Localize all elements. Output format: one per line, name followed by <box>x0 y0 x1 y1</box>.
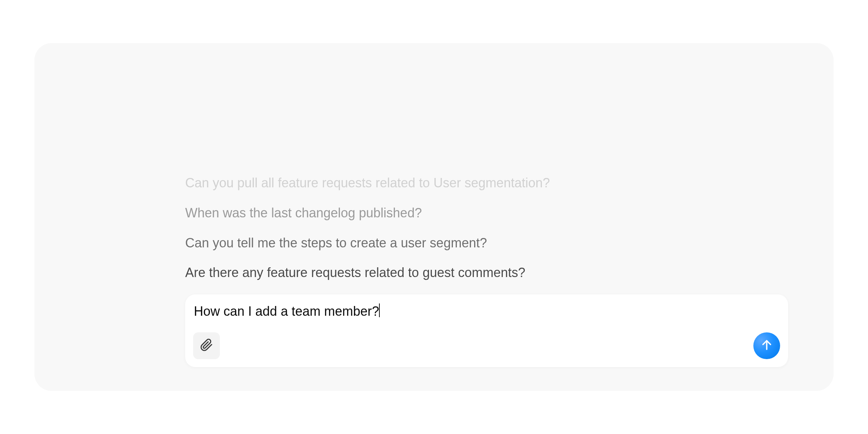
text-cursor <box>379 303 380 317</box>
suggestion-item[interactable]: When was the last changelog published? <box>185 205 788 222</box>
arrow-up-icon <box>760 339 773 353</box>
suggestion-item[interactable]: Can you tell me the steps to create a us… <box>185 235 788 252</box>
chat-content: Can you pull all feature requests relate… <box>185 175 788 367</box>
attach-button[interactable] <box>193 332 220 359</box>
paperclip-icon <box>200 339 213 353</box>
message-input[interactable]: How can I add a team member? <box>193 303 780 332</box>
message-input-card: How can I add a team member? <box>185 294 788 367</box>
input-actions-row <box>193 332 780 359</box>
suggestion-item[interactable]: Can you pull all feature requests relate… <box>185 175 788 192</box>
chat-panel: Can you pull all feature requests relate… <box>34 43 834 391</box>
message-input-text: How can I add a team member? <box>193 303 379 320</box>
suggestion-item[interactable]: Are there any feature requests related t… <box>185 264 788 281</box>
send-button[interactable] <box>753 332 780 359</box>
